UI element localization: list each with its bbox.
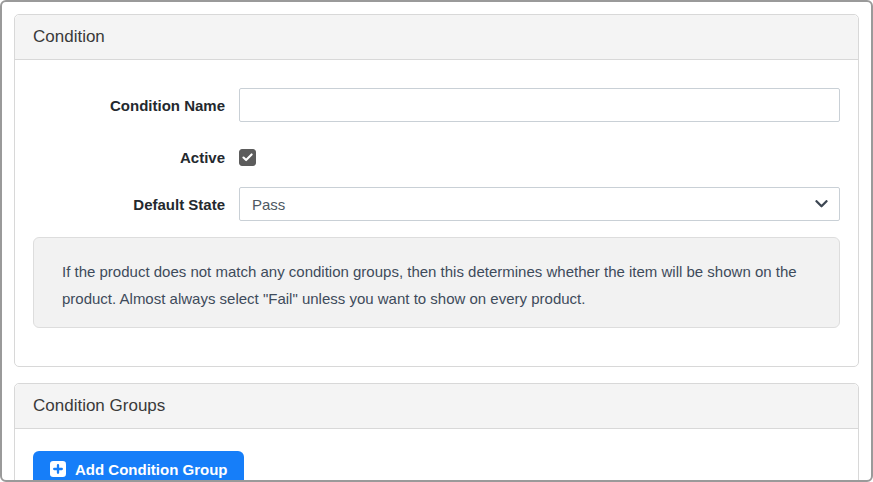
add-condition-group-button-label: Add Condition Group <box>75 461 227 478</box>
default-state-select[interactable]: Pass <box>239 187 840 221</box>
active-row: Active <box>33 148 840 166</box>
active-label: Active <box>33 149 225 166</box>
condition-card-body: Condition Name Active <box>15 60 858 366</box>
default-state-help-box: If the product does not match any condit… <box>33 237 840 328</box>
condition-name-row: Condition Name <box>33 88 840 122</box>
default-state-help-text: If the product does not match any condit… <box>62 259 811 312</box>
chevron-down-icon <box>815 200 828 208</box>
condition-groups-card-header: Condition Groups <box>15 384 858 429</box>
condition-groups-card-title: Condition Groups <box>33 396 165 415</box>
condition-card: Condition Condition Name Active <box>14 14 859 367</box>
condition-card-title: Condition <box>33 27 105 46</box>
checkmark-icon <box>242 148 253 166</box>
page-frame: Condition Condition Name Active <box>0 0 873 482</box>
default-state-control: Pass <box>239 187 840 221</box>
condition-groups-card-body: Add Condition Group <box>15 429 858 482</box>
default-state-label: Default State <box>33 196 225 213</box>
condition-card-header: Condition <box>15 15 858 60</box>
default-state-selected-value: Pass <box>252 196 285 213</box>
default-state-row: Default State Pass <box>33 187 840 221</box>
condition-name-control <box>239 88 840 122</box>
add-condition-group-button[interactable]: Add Condition Group <box>33 451 244 482</box>
plus-square-icon <box>50 461 66 477</box>
condition-name-input[interactable] <box>239 88 840 122</box>
active-checkbox[interactable] <box>239 149 256 166</box>
condition-groups-card: Condition Groups Add Condition Group <box>14 383 859 482</box>
active-control <box>239 148 840 166</box>
condition-name-label: Condition Name <box>33 97 225 114</box>
